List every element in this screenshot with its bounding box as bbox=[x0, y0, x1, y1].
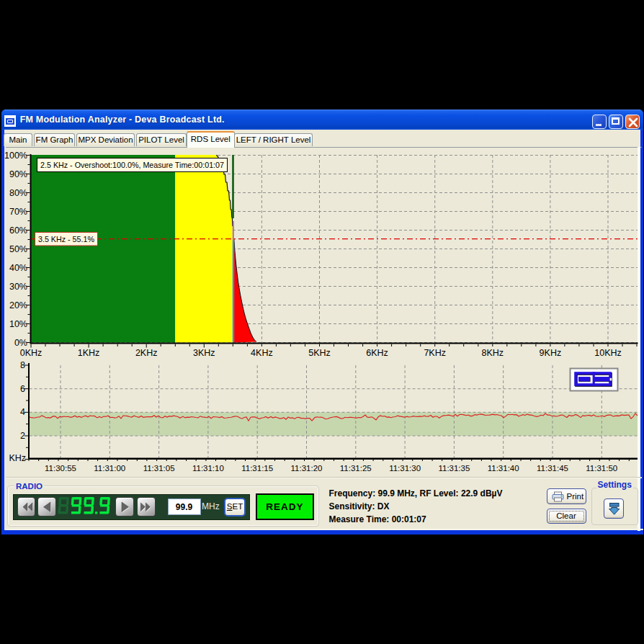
svg-text:11:31:20: 11:31:20 bbox=[291, 464, 323, 473]
svg-text:11:31:25: 11:31:25 bbox=[340, 464, 372, 473]
svg-text:11:31:35: 11:31:35 bbox=[438, 464, 470, 473]
svg-text:2KHz: 2KHz bbox=[135, 348, 158, 358]
svg-text:8KHz: 8KHz bbox=[482, 348, 504, 358]
svg-text:11:31:15: 11:31:15 bbox=[241, 464, 273, 473]
svg-text:5KHz: 5KHz bbox=[308, 348, 331, 358]
svg-text:9KHz: 9KHz bbox=[540, 348, 562, 358]
svg-text:50%: 50% bbox=[9, 244, 27, 254]
svg-text:6: 6 bbox=[20, 384, 25, 394]
svg-text:11:31:50: 11:31:50 bbox=[586, 464, 617, 473]
svg-text:3KHz: 3KHz bbox=[193, 348, 215, 358]
svg-text:11:31:45: 11:31:45 bbox=[537, 464, 568, 473]
svg-text:11:31:30: 11:31:30 bbox=[389, 464, 421, 473]
svg-text:100%: 100% bbox=[4, 151, 27, 161]
svg-text:11:31:00: 11:31:00 bbox=[94, 464, 125, 473]
svg-text:KHz: KHz bbox=[9, 453, 26, 463]
svg-text:11:31:40: 11:31:40 bbox=[488, 464, 519, 473]
svg-text:90%: 90% bbox=[9, 169, 27, 179]
svg-text:10%: 10% bbox=[9, 319, 27, 329]
svg-text:2: 2 bbox=[20, 431, 25, 441]
svg-text:4: 4 bbox=[20, 407, 25, 417]
svg-text:11:31:05: 11:31:05 bbox=[143, 464, 175, 473]
svg-text:70%: 70% bbox=[9, 207, 27, 217]
svg-text:60%: 60% bbox=[9, 225, 27, 236]
svg-text:2.5 KHz - Overshoot:100.0%, Me: 2.5 KHz - Overshoot:100.0%, Measure Time… bbox=[40, 160, 224, 169]
svg-text:8: 8 bbox=[20, 360, 25, 370]
svg-text:40%: 40% bbox=[9, 263, 27, 273]
svg-text:0KHz: 0KHz bbox=[20, 348, 43, 358]
svg-text:4KHz: 4KHz bbox=[251, 348, 273, 358]
svg-text:6KHz: 6KHz bbox=[366, 348, 388, 358]
svg-text:3.5 KHz - 55.1%: 3.5 KHz - 55.1% bbox=[38, 234, 94, 243]
svg-text:10KHz: 10KHz bbox=[594, 348, 622, 358]
svg-text:7KHz: 7KHz bbox=[424, 348, 446, 358]
svg-text:20%: 20% bbox=[9, 300, 27, 310]
svg-text:11:30:55: 11:30:55 bbox=[45, 464, 76, 473]
svg-text:80%: 80% bbox=[9, 188, 27, 198]
svg-text:0%: 0% bbox=[14, 338, 27, 348]
svg-text:1KHz: 1KHz bbox=[78, 348, 100, 358]
svg-text:11:31:10: 11:31:10 bbox=[192, 464, 224, 473]
svg-text:30%: 30% bbox=[9, 282, 27, 292]
